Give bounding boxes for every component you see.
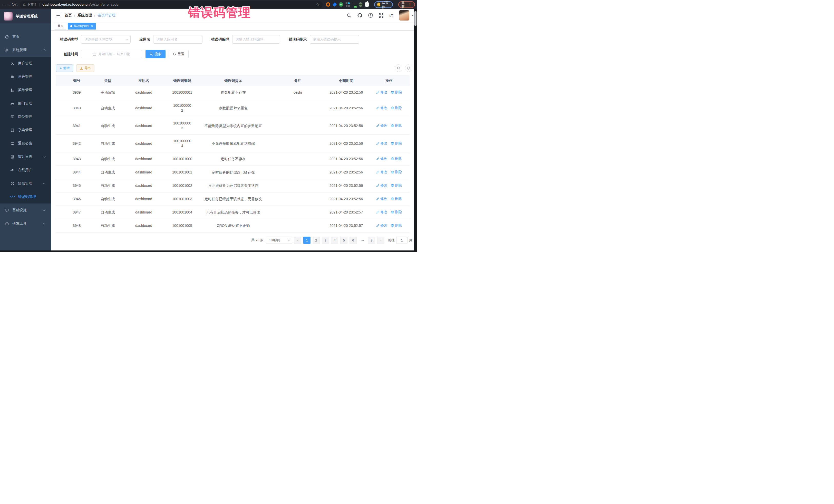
edit-link[interactable]: 修改 [376, 123, 387, 128]
sidebar-item-online-users[interactable]: A在线用户 [0, 163, 51, 177]
extension-orange-icon[interactable] [326, 2, 330, 7]
error-code-input[interactable] [232, 35, 280, 44]
breadcrumb-item[interactable]: 首页 [65, 13, 72, 18]
delete-link[interactable]: 删除 [391, 123, 402, 128]
sidebar-item-dict-mgmt[interactable]: 字典管理 [0, 124, 51, 137]
chevron-down-icon[interactable]: ▾ [412, 14, 413, 17]
page-button-4[interactable]: 4 [331, 237, 338, 244]
browser-scrollbar[interactable] [414, 9, 417, 250]
sidebar-item-dept-mgmt[interactable]: 部门管理 [0, 97, 51, 110]
browser-home-icon[interactable]: ⌂ [15, 2, 18, 7]
table-row: 3943自动生成dashboard1001001000定时任务不存在2021-0… [56, 152, 410, 166]
sidebar-item-error-code-mgmt[interactable]: </>错误码管理 [0, 190, 51, 203]
browser-menu-kebab-icon[interactable]: ⋮ [408, 3, 412, 7]
close-icon[interactable]: × [91, 24, 93, 28]
toggle-search-button[interactable] [395, 64, 402, 72]
search-button[interactable]: 搜索 [146, 50, 166, 58]
sidebar-item-home[interactable]: 首页 [0, 30, 51, 43]
bookmark-star-icon[interactable]: ☆ [316, 2, 319, 7]
cell-code: 100100000 4 [169, 135, 195, 152]
date-range-picker[interactable]: 开始日期 - 结束日期 [81, 50, 142, 58]
page-size-select[interactable]: 10条/页 [266, 237, 292, 244]
delete-link[interactable]: 删除 [391, 141, 402, 146]
cell-type: 自动生成 [97, 193, 118, 206]
browser-update-badge[interactable]: 更新 ⋮ [398, 1, 415, 8]
chevron-up-icon [43, 49, 45, 52]
page-button-3[interactable]: 3 [322, 237, 329, 244]
goto-page-input[interactable] [396, 237, 408, 244]
reset-button[interactable]: 重置 [169, 50, 189, 58]
refresh-table-button[interactable] [405, 64, 412, 72]
delete-link[interactable]: 删除 [391, 210, 402, 215]
edit-link[interactable]: 修改 [376, 183, 387, 188]
profile-paused-badge[interactable]: 已暂停 [374, 1, 393, 8]
export-button[interactable]: 导出 [76, 64, 94, 72]
page-button-6[interactable]: 6 [350, 237, 357, 244]
extension-list-icon[interactable]: on [353, 2, 356, 7]
breadcrumb-item[interactable]: 系统管理 [78, 13, 92, 18]
edit-link[interactable]: 修改 [376, 210, 387, 215]
sidebar-item-sms-mgmt[interactable]: 短信管理 [0, 177, 51, 190]
browser-reload-icon[interactable]: ↻ [11, 2, 15, 7]
extension-squares-icon[interactable] [346, 2, 350, 7]
url-host: dashboard.yudao.iocoder.cn [42, 3, 90, 6]
security-chip[interactable]: ⚠ 不安全 [23, 2, 37, 7]
sidebar-item-label: 字典管理 [18, 128, 32, 132]
github-icon[interactable] [357, 13, 363, 18]
page-button-1[interactable]: 1 [303, 237, 310, 244]
edit-link[interactable]: 修改 [376, 106, 387, 110]
edit-link[interactable]: 修改 [376, 170, 387, 175]
delete-link[interactable]: 删除 [391, 183, 402, 188]
app-logo-row[interactable]: 芋道管理系统 [0, 9, 51, 23]
browser-back-icon[interactable]: ← [3, 2, 7, 7]
delete-link[interactable]: 删除 [391, 170, 402, 175]
tab-首页[interactable]: 首页 [55, 23, 66, 29]
next-page-button[interactable]: › [377, 237, 385, 244]
error-type-select[interactable]: 请选择错误码类型 [81, 35, 131, 44]
sidebar-item-audit-log[interactable]: 审计日志 [0, 150, 51, 163]
edit-link[interactable]: 修改 [376, 90, 387, 95]
sidebar-item-menu-mgmt[interactable]: 菜单管理 [0, 83, 51, 97]
delete-link[interactable]: 删除 [391, 196, 402, 201]
scrollbar-thumb[interactable] [414, 11, 416, 26]
sidebar-item-user-mgmt[interactable]: 用户管理 [0, 57, 51, 70]
sidebar-item-infrastructure[interactable]: 基础设施 [0, 203, 51, 217]
user-avatar[interactable] [399, 10, 409, 21]
fullscreen-icon[interactable] [379, 13, 383, 18]
font-size-icon[interactable]: tT [389, 13, 393, 18]
cell-code: 1001001005 [169, 219, 195, 233]
browser-forward-icon[interactable]: → [7, 2, 11, 7]
edit-link[interactable]: 修改 [376, 156, 387, 161]
end-date-placeholder: 结束日期 [117, 52, 130, 57]
extension-spy-icon[interactable] [359, 2, 363, 7]
extension-gem-icon[interactable] [332, 2, 337, 7]
sidebar-item-dev-tools[interactable]: 研发工具 [0, 217, 51, 230]
extension-green-icon[interactable]: v [339, 2, 343, 7]
error-hint-input[interactable] [310, 35, 359, 44]
edit-link[interactable]: 修改 [376, 141, 387, 146]
delete-link[interactable]: 删除 [391, 156, 402, 161]
sidebar-item-label: 岗位管理 [18, 114, 32, 119]
sidebar-item-notice[interactable]: 通知公告 [0, 137, 51, 150]
sidebar-item-role-mgmt[interactable]: 角色管理 [0, 70, 51, 83]
edit-link[interactable]: 修改 [376, 196, 387, 201]
tab-错误码管理[interactable]: 错误码管理× [68, 23, 96, 29]
hamburger-icon[interactable] [57, 13, 61, 18]
delete-link[interactable]: 删除 [391, 223, 402, 228]
app-name-input[interactable] [153, 35, 202, 44]
page-button-5[interactable]: 5 [340, 237, 348, 244]
cell-time: 2021-04-20 23:52:56 [324, 86, 369, 99]
help-icon[interactable]: ? [368, 13, 373, 18]
sidebar-item-system-mgmt[interactable]: 系统管理 [0, 43, 51, 57]
edit-link[interactable]: 修改 [376, 223, 387, 228]
sidebar-item-post-mgmt[interactable]: 岗位管理 [0, 110, 51, 124]
add-button[interactable]: + 新增 [56, 64, 73, 72]
page-button-8[interactable]: 8 [368, 237, 375, 244]
prev-page-button[interactable]: ‹ [294, 237, 301, 244]
delete-link[interactable]: 删除 [391, 90, 402, 95]
address-bar[interactable]: ⚠ 不安全 dashboard.yudao.iocoder.cn /system… [20, 1, 323, 8]
page-button-2[interactable]: 2 [312, 237, 320, 244]
extensions-puzzle-icon[interactable] [365, 2, 369, 7]
delete-link[interactable]: 删除 [391, 106, 402, 110]
search-icon[interactable] [347, 13, 352, 18]
